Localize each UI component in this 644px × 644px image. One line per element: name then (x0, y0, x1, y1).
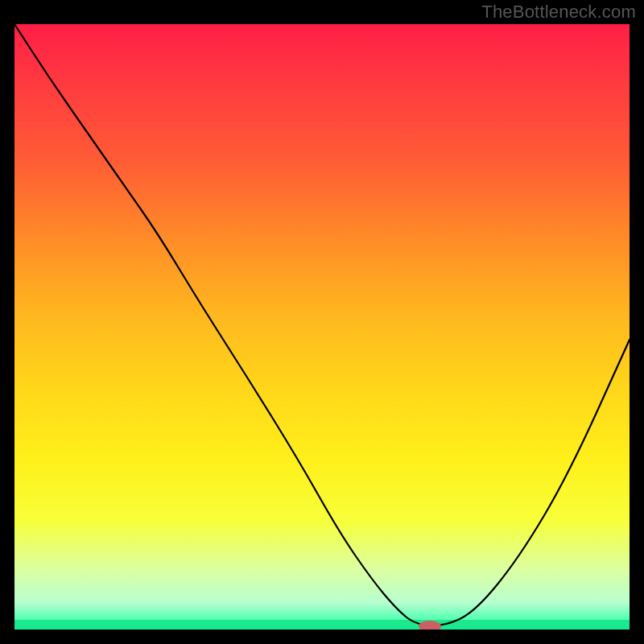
optimal-green-band (14, 620, 630, 630)
watermark-text: TheBottleneck.com (481, 2, 636, 23)
bottleneck-plot-svg (14, 24, 630, 630)
heatmap-background (14, 24, 630, 630)
plot-area (14, 24, 630, 630)
chart-frame: TheBottleneck.com (0, 0, 644, 644)
